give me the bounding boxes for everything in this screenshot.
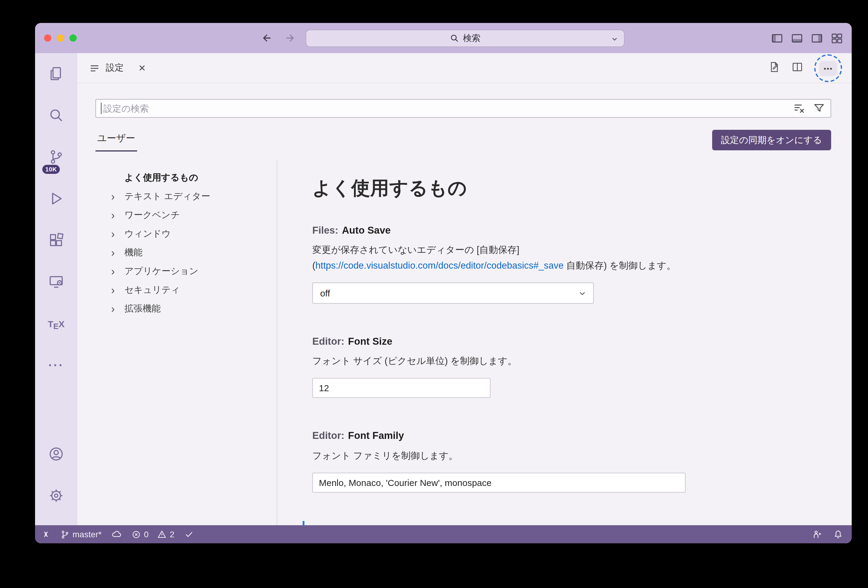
- toc-item-text-editor[interactable]: ›テキスト エディター: [111, 187, 277, 206]
- chevron-right-icon: ›: [111, 210, 124, 221]
- split-editor-icon[interactable]: [791, 61, 803, 75]
- text-caret: [101, 103, 102, 114]
- setting-title: Editor:Font Family: [312, 429, 815, 442]
- settings-gear-icon[interactable]: [35, 480, 77, 511]
- maximize-window-button[interactable]: [69, 34, 77, 42]
- toggle-sidebar-icon[interactable]: [771, 32, 784, 44]
- warning-count: 2: [170, 529, 174, 539]
- dashed-circle-annotation: [814, 55, 842, 82]
- feedback-status[interactable]: [812, 529, 822, 539]
- modified-elsewhere-note: (他の場所でも変更済み): [393, 525, 494, 526]
- chevron-right-icon: ›: [111, 266, 124, 277]
- error-count: 0: [144, 529, 149, 539]
- back-arrow-icon[interactable]: [260, 31, 274, 45]
- check-icon: [184, 529, 194, 539]
- customize-layout-icon[interactable]: [831, 32, 843, 44]
- toc-item-commonly-used[interactable]: よく使用するもの: [111, 168, 277, 187]
- setting-title: Editor:Tab Size(他の場所でも変更済み): [312, 524, 815, 526]
- account-icon[interactable]: [35, 438, 77, 470]
- forward-arrow-icon[interactable]: [283, 31, 297, 45]
- toc-item-window[interactable]: ›ウィンドウ: [111, 225, 277, 243]
- filter-icon[interactable]: [813, 102, 825, 116]
- toggle-secondary-sidebar-icon[interactable]: [810, 32, 823, 44]
- page-title: よく使用するもの: [312, 176, 815, 201]
- setting-title: Files:Auto Save: [312, 224, 815, 237]
- turn-on-settings-sync-button[interactable]: 設定の同期をオンにする: [712, 130, 831, 150]
- auto-save-select[interactable]: off: [312, 282, 594, 304]
- desktop-background: 検索: [0, 0, 868, 588]
- font-family-input[interactable]: [312, 473, 686, 493]
- chevron-right-icon: ›: [111, 284, 124, 296]
- notifications-status[interactable]: [833, 529, 843, 539]
- warning-icon: [157, 529, 167, 539]
- editor-tab-bar: 設定 ✕ ⋯: [77, 53, 852, 83]
- setting-editor-tab-size: Editor:Tab Size(他の場所でも変更済み): [312, 524, 815, 526]
- toc-item-security[interactable]: ›セキュリティ: [111, 281, 277, 299]
- setting-description: 変更が保存されていないエディターの [自動保存] (https://code.v…: [312, 242, 815, 273]
- tab-title: 設定: [106, 62, 124, 74]
- chevron-right-icon: ›: [111, 304, 124, 314]
- setting-editor-font-family: Editor:Font Family フォント ファミリを制御します。: [312, 429, 815, 492]
- status-bar: master* 0 2: [35, 525, 852, 543]
- run-debug-icon[interactable]: [35, 183, 77, 214]
- font-size-input[interactable]: [312, 378, 490, 398]
- open-settings-json-icon[interactable]: [768, 61, 780, 75]
- chevron-right-icon: ›: [111, 247, 124, 258]
- explorer-icon[interactable]: [35, 58, 77, 89]
- command-center-search[interactable]: 検索: [306, 29, 624, 47]
- toc-item-extensions[interactable]: ›拡張機能: [111, 299, 277, 318]
- clear-search-icon[interactable]: [793, 102, 805, 116]
- close-window-button[interactable]: [44, 34, 51, 42]
- setting-description: フォント サイズ (ピクセル単位) を制御します。: [312, 353, 815, 368]
- command-center-label: 検索: [463, 32, 481, 44]
- extensions-icon[interactable]: [35, 225, 77, 256]
- publish-changes[interactable]: [111, 529, 122, 540]
- git-branch-icon: [61, 530, 69, 539]
- search-view-icon[interactable]: [35, 100, 77, 131]
- remote-explorer-icon[interactable]: [35, 266, 77, 298]
- settings-list: よく使用するもの Files:Auto Save 変更が保存されていないエディタ…: [277, 160, 852, 525]
- scm-badge: 10K: [42, 165, 60, 174]
- settings-search-input[interactable]: [96, 99, 831, 118]
- toc-item-features[interactable]: ›機能: [111, 243, 277, 262]
- error-icon: [132, 530, 141, 539]
- remote-indicator[interactable]: [41, 529, 51, 539]
- latex-workshop-icon[interactable]: TEX: [35, 308, 77, 339]
- chevron-right-icon: ›: [111, 228, 124, 239]
- search-icon: [450, 34, 459, 43]
- cloud-icon: [111, 529, 122, 540]
- titlebar: 検索: [35, 23, 852, 53]
- activity-bar: 10K TEX ···: [35, 53, 77, 525]
- problems-status[interactable]: 0 2: [132, 529, 174, 539]
- tune-sliders-icon: [89, 63, 100, 73]
- checkmark-status[interactable]: [184, 529, 194, 539]
- settings-tab[interactable]: 設定 ✕: [77, 53, 155, 83]
- chevron-down-icon: [611, 35, 619, 44]
- setting-description: フォント ファミリを制御します。: [312, 448, 815, 463]
- window-controls: [35, 34, 77, 42]
- modified-indicator: [303, 521, 304, 526]
- person-icon: [812, 529, 822, 539]
- chevron-down-icon: [578, 289, 586, 299]
- toc-item-workbench[interactable]: ›ワークベンチ: [111, 206, 277, 225]
- remote-icon: [41, 529, 51, 539]
- toc-item-application[interactable]: ›アプリケーション: [111, 262, 277, 281]
- branch-name: master*: [72, 529, 102, 539]
- bell-icon: [833, 529, 843, 539]
- git-branch-status[interactable]: master*: [61, 529, 102, 539]
- toggle-panel-icon[interactable]: [791, 32, 803, 44]
- settings-toc: よく使用するもの ›テキスト エディター ›ワークベンチ ›ウィンドウ ›機能 …: [77, 160, 277, 525]
- docs-link[interactable]: https://code.visualstudio.com/docs/edito…: [315, 260, 564, 270]
- source-control-icon[interactable]: 10K: [35, 141, 77, 172]
- minimize-window-button[interactable]: [57, 34, 64, 42]
- setting-title: Editor:Font Size: [312, 335, 815, 348]
- scope-tab-user[interactable]: ユーザー: [96, 130, 137, 152]
- chevron-right-icon: ›: [111, 191, 124, 202]
- setting-editor-font-size: Editor:Font Size フォント サイズ (ピクセル単位) を制御しま…: [312, 335, 815, 398]
- close-tab-icon[interactable]: ✕: [138, 62, 146, 73]
- vscode-window: 検索: [35, 23, 852, 543]
- additional-views-icon[interactable]: ···: [35, 349, 77, 381]
- more-actions-annotation: ⋯: [814, 55, 842, 82]
- setting-files-auto-save: Files:Auto Save 変更が保存されていないエディターの [自動保存]…: [312, 224, 815, 304]
